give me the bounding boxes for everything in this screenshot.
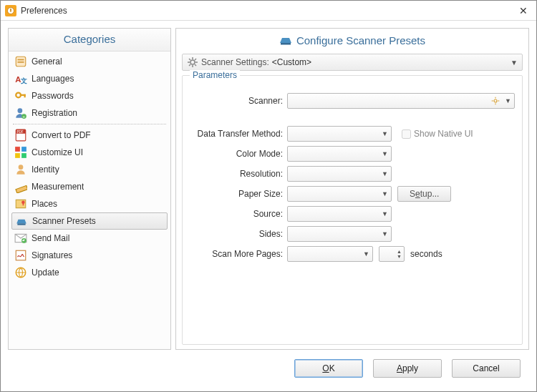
sidebar-item-send-mail[interactable]: Send Mail <box>11 230 168 247</box>
categories-panel: Categories General A文 Languages Password… <box>8 28 171 350</box>
scanner-icon <box>15 215 28 227</box>
data-transfer-method-dropdown[interactable]: ▼ <box>287 126 392 142</box>
svg-rect-17 <box>21 147 26 152</box>
svg-line-37 <box>189 64 190 66</box>
scanner-dropdown[interactable]: ▼ <box>287 93 515 109</box>
titlebar: Preferences ✕ <box>1 1 536 21</box>
paper-size-label: Paper Size: <box>190 189 287 199</box>
sidebar-item-measurement[interactable]: Measurement <box>11 178 168 195</box>
customize-icon <box>14 146 27 159</box>
svg-rect-3 <box>18 59 24 61</box>
apply-button[interactable]: Apply <box>373 359 442 378</box>
ruler-icon <box>14 180 27 193</box>
gear-icon <box>187 57 198 68</box>
paper-size-dropdown[interactable]: ▼ <box>287 186 392 202</box>
ok-button[interactable]: OK <box>294 359 363 378</box>
sidebar-item-passwords[interactable]: Passwords <box>11 87 168 104</box>
client-area: Categories General A文 Languages Password… <box>1 21 536 391</box>
svg-rect-29 <box>281 43 291 45</box>
globe-icon <box>14 266 27 279</box>
close-icon[interactable]: ✕ <box>515 5 532 16</box>
identity-icon <box>14 163 27 176</box>
scanner-header-icon <box>279 36 292 46</box>
svg-point-39 <box>494 99 497 102</box>
svg-rect-23 <box>23 202 24 206</box>
scan-more-pages-label: Scan More Pages: <box>190 249 287 259</box>
signatures-icon <box>14 249 27 262</box>
sidebar-item-customize-ui[interactable]: Customize UI <box>11 144 168 161</box>
languages-icon: A文 <box>14 72 27 85</box>
mail-icon <box>14 232 27 245</box>
categories-header: Categories <box>9 29 170 52</box>
svg-rect-18 <box>15 153 20 158</box>
color-mode-label: Color Mode: <box>190 149 287 159</box>
seconds-unit: seconds <box>410 249 442 259</box>
dtm-label: Data Transfer Method: <box>190 129 287 139</box>
svg-text:文: 文 <box>20 77 27 84</box>
svg-rect-1 <box>10 9 11 12</box>
main-panel: Configure Scanner Presets Scanner Settin… <box>175 28 529 350</box>
chevron-down-icon: ▼ <box>505 97 511 104</box>
categories-list: General A文 Languages Passwords + Registr… <box>9 52 170 349</box>
app-icon <box>5 5 16 16</box>
scan-more-pages-dropdown[interactable]: ▼ <box>287 246 373 262</box>
sidebar-item-signatures[interactable]: Signatures <box>11 247 168 264</box>
show-native-ui-input[interactable] <box>402 129 411 139</box>
resolution-label: Resolution: <box>190 169 287 179</box>
gear-small-icon <box>490 96 500 106</box>
svg-point-20 <box>19 165 24 170</box>
svg-point-10 <box>18 108 23 113</box>
scanner-settings-value: <Custom> <box>272 57 506 67</box>
svg-line-36 <box>195 64 196 66</box>
footer: OK Apply Cancel <box>8 350 529 384</box>
sides-dropdown[interactable]: ▼ <box>287 226 392 242</box>
sidebar-item-update[interactable]: Update <box>11 264 168 281</box>
svg-rect-9 <box>24 94 26 98</box>
scanner-label: Scanner: <box>190 96 287 106</box>
svg-rect-16 <box>15 147 20 152</box>
parameters-title: Parameters <box>190 70 240 80</box>
key-icon <box>14 89 27 102</box>
source-dropdown[interactable]: ▼ <box>287 206 392 222</box>
sidebar-item-scanner-presets[interactable]: Scanner Presets <box>11 212 168 230</box>
sidebar-item-identity[interactable]: Identity <box>11 161 168 178</box>
places-icon <box>14 197 27 210</box>
window-title: Preferences <box>21 6 515 16</box>
source-label: Source: <box>190 209 287 219</box>
sidebar-item-registration[interactable]: + Registration <box>11 104 168 122</box>
svg-rect-21 <box>16 185 27 193</box>
scanner-settings-dropdown[interactable]: Scanner Settings: <Custom> ▼ <box>182 54 523 71</box>
registration-icon: + <box>14 107 27 119</box>
svg-point-30 <box>190 60 195 64</box>
svg-rect-19 <box>21 153 26 158</box>
category-separator <box>13 124 166 124</box>
svg-text:+: + <box>22 114 24 119</box>
cancel-button[interactable]: Cancel <box>452 359 521 378</box>
svg-line-38 <box>195 59 196 60</box>
sidebar-item-languages[interactable]: A文 Languages <box>11 70 168 87</box>
resolution-dropdown[interactable]: ▼ <box>287 166 392 182</box>
sidebar-item-places[interactable]: Places <box>11 195 168 212</box>
sidebar-item-general[interactable]: General <box>11 53 168 70</box>
svg-text:PDF: PDF <box>16 130 23 134</box>
show-native-ui-checkbox[interactable]: Show Native UI <box>399 127 473 141</box>
pdf-icon: PDF <box>14 129 27 142</box>
color-mode-dropdown[interactable]: ▼ <box>287 146 392 162</box>
parameters-group: Parameters Scanner: ▼ Data T <box>182 75 523 345</box>
setup-button[interactable]: Setup... <box>397 186 451 202</box>
svg-line-35 <box>189 59 190 60</box>
general-icon <box>14 55 27 68</box>
sides-label: Sides: <box>190 229 287 239</box>
seconds-spinner[interactable]: ▲▼ <box>379 246 405 262</box>
svg-rect-27 <box>16 250 26 260</box>
chevron-down-icon: ▼ <box>506 59 518 67</box>
sidebar-item-convert-to-pdf[interactable]: PDF Convert to PDF <box>11 127 168 144</box>
main-header: Configure Scanner Presets <box>182 33 523 54</box>
svg-rect-4 <box>18 62 24 63</box>
svg-rect-24 <box>17 223 25 225</box>
scanner-settings-label: Scanner Settings: <box>201 57 269 67</box>
